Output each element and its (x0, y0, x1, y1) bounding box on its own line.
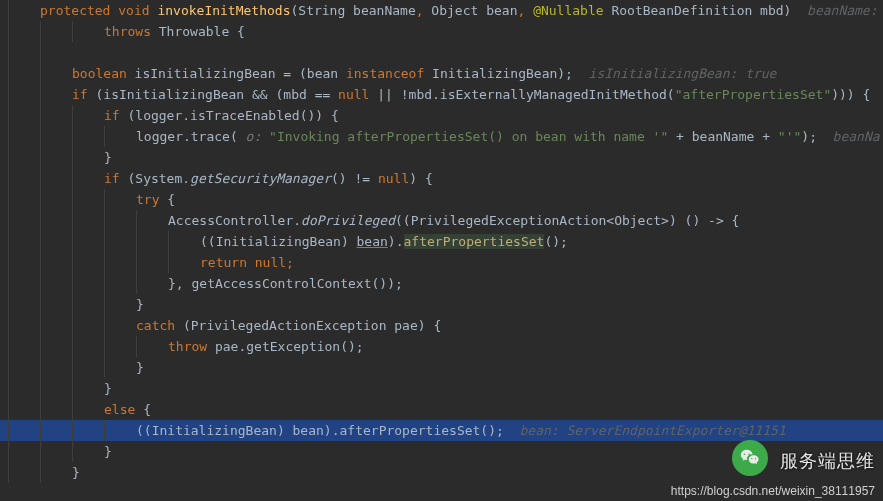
inline-hint: bean: ServerEndpointExporter@11151 (504, 423, 786, 438)
brace: } (104, 444, 112, 459)
semicolon: ; (286, 255, 294, 270)
code-text: (logger.isTraceEnabled()) { (120, 108, 339, 123)
code-text: Object bean (424, 3, 518, 18)
keyword: null (378, 171, 409, 186)
brace: } (72, 465, 80, 480)
code-text: AccessController. (168, 213, 301, 228)
code-text: logger (136, 129, 183, 144)
keyword: if (104, 171, 120, 186)
code-line[interactable]: throws Throwable { (0, 21, 883, 42)
code-text: || !mbd.isExternallyManagedInitMethod( (369, 87, 674, 102)
code-line[interactable]: if (isInitializingBean && (mbd == null |… (0, 84, 883, 105)
code-text: pae.getException(); (207, 339, 364, 354)
code-line[interactable]: AccessController.doPrivileged((Privilege… (0, 210, 883, 231)
wechat-logo-icon (732, 440, 768, 476)
code-line[interactable]: ((InitializingBean) bean).afterPropertie… (0, 231, 883, 252)
code-text: { (135, 402, 151, 417)
code-line[interactable]: protected void invokeInitMethods(String … (0, 0, 883, 21)
keyword: throws (104, 24, 151, 39)
keyword: if (104, 108, 120, 123)
code-line[interactable]: return null; (0, 252, 883, 273)
comma: , (517, 3, 525, 18)
keyword: throw (168, 339, 207, 354)
comma: , (416, 3, 424, 18)
code-line[interactable]: if (System.getSecurityManager() != null)… (0, 168, 883, 189)
param-hint: o: (238, 129, 269, 144)
brace: } (136, 360, 144, 375)
watermark-url: https://blog.csdn.net/weixin_38111957 (671, 484, 875, 498)
code-line[interactable]: logger.trace( o: "Invoking afterProperti… (0, 126, 883, 147)
code-line[interactable]: } (0, 378, 883, 399)
code-text: { (159, 192, 175, 207)
string-literal: "afterPropertiesSet" (675, 87, 832, 102)
code-text: (String beanName (290, 3, 415, 18)
method-name: invokeInitMethods (157, 3, 290, 18)
code-editor[interactable]: protected void invokeInitMethods(String … (0, 0, 883, 483)
code-text: ))) { (831, 87, 870, 102)
code-text: (System. (120, 171, 190, 186)
annotation: @Nullable (533, 3, 603, 18)
code-text: InitializingBean); (424, 66, 573, 81)
keyword: return (200, 255, 247, 270)
code-text: ((PrivilegedExceptionAction<Object>) () … (395, 213, 739, 228)
code-text: Throwable { (151, 24, 245, 39)
keyword: null (247, 255, 286, 270)
inline-hint: beanNa (817, 129, 880, 144)
code-text: (PrivilegedActionException pae) { (175, 318, 441, 333)
code-text: }, getAccessControlContext()); (168, 276, 403, 291)
code-text: .trace( (183, 129, 238, 144)
code-line[interactable]: if (logger.isTraceEnabled()) { (0, 105, 883, 126)
keyword: else (104, 402, 135, 417)
code-text: RootBeanDefinition mbd) (604, 3, 792, 18)
code-text: ). (388, 234, 404, 249)
code-line[interactable]: boolean isInitializingBean = (bean insta… (0, 63, 883, 84)
keyword: boolean (72, 66, 127, 81)
code-text: ) { (409, 171, 432, 186)
keyword: try (136, 192, 159, 207)
string-literal: "'" (778, 129, 801, 144)
code-line[interactable]: } (0, 294, 883, 315)
code-text: isInitializingBean = (bean (127, 66, 346, 81)
variable: bean (357, 234, 388, 249)
code-line[interactable]: }, getAccessControlContext()); (0, 273, 883, 294)
watermark-text: 服务端思维 (780, 449, 875, 473)
code-line[interactable]: } (0, 357, 883, 378)
code-line[interactable]: try { (0, 189, 883, 210)
string-literal: "Invoking afterPropertiesSet() on bean w… (269, 129, 668, 144)
code-text: (); (544, 234, 567, 249)
method-call: doPrivileged (301, 213, 395, 228)
code-text: ((InitializingBean) bean).afterPropertie… (136, 423, 504, 438)
code-text: () != (331, 171, 378, 186)
brace: } (136, 297, 144, 312)
keyword: protected (40, 3, 110, 18)
code-text: + beanName + (668, 129, 778, 144)
keyword: void (118, 3, 149, 18)
method-call: getSecurityManager (190, 171, 331, 186)
code-line[interactable]: throw pae.getException(); (0, 336, 883, 357)
code-text: (isInitializingBean && (mbd == (88, 87, 338, 102)
brace: } (104, 150, 112, 165)
code-line[interactable]: else { (0, 399, 883, 420)
keyword: catch (136, 318, 175, 333)
code-line[interactable] (0, 42, 883, 63)
brace: } (104, 381, 112, 396)
keyword: instanceof (346, 66, 424, 81)
code-line[interactable]: } (0, 147, 883, 168)
code-text: ); (801, 129, 817, 144)
code-text: ((InitializingBean) (200, 234, 357, 249)
inline-hint: beanName: (791, 3, 877, 18)
keyword: null (338, 87, 369, 102)
highlighted-line[interactable]: ((InitializingBean) bean).afterPropertie… (0, 420, 883, 441)
inline-hint: isInitializingBean: true (573, 66, 777, 81)
code-line[interactable]: catch (PrivilegedActionException pae) { (0, 315, 883, 336)
keyword: if (72, 87, 88, 102)
method-call: afterPropertiesSet (404, 234, 545, 249)
